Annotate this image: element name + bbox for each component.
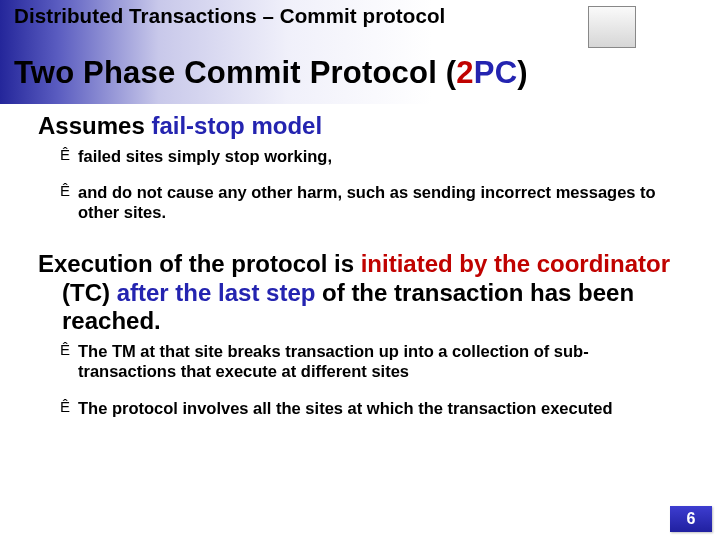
heading-nav: fail-stop model (151, 112, 322, 139)
slide-title: Two Phase Commit Protocol (2PC) (14, 55, 528, 91)
heading-red: initiated by the coordinator (361, 250, 670, 277)
heading-nav: after the last step (117, 279, 316, 306)
section-heading: Assumes fail-stop model (38, 112, 686, 140)
slide: Distributed Transactions – Commit protoc… (0, 0, 720, 540)
heading-text: Assumes (38, 112, 151, 139)
header-decor-box (588, 6, 636, 48)
list-item: failed sites simply stop working, (60, 146, 686, 166)
heading-text: (TC) (62, 279, 117, 306)
bullet-list: failed sites simply stop working, and do… (60, 146, 686, 222)
breadcrumb: Distributed Transactions – Commit protoc… (14, 4, 445, 28)
title-accent-nav: PC (474, 55, 517, 90)
list-item: and do not cause any other harm, such as… (60, 182, 686, 222)
page-number: 6 (670, 506, 712, 532)
title-accent-red: 2 (456, 55, 473, 90)
title-pre: Two Phase Commit Protocol ( (14, 55, 456, 90)
list-item: The TM at that site breaks transaction u… (60, 341, 686, 381)
bullet-list: The TM at that site breaks transaction u… (60, 341, 686, 417)
list-item: The protocol involves all the sites at w… (60, 398, 686, 418)
title-post: ) (517, 55, 528, 90)
heading-text: Execution of the protocol is (38, 250, 361, 277)
section-heading: Execution of the protocol is initiated b… (38, 250, 686, 335)
slide-body: Assumes fail-stop model failed sites sim… (40, 112, 686, 446)
